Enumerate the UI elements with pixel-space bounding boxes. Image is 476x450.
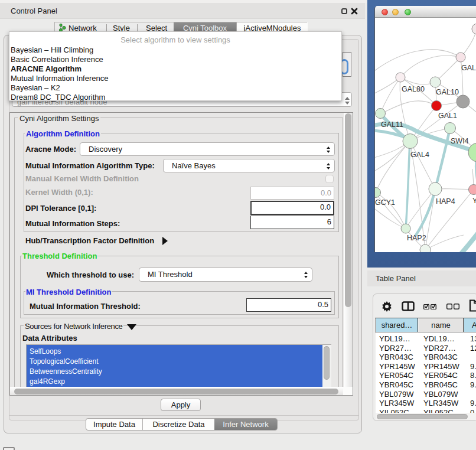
svg-text:GCY1: GCY1 — [375, 198, 395, 207]
svg-text:HAP4: HAP4 — [436, 197, 455, 206]
svg-text:HAP2: HAP2 — [407, 234, 426, 242]
svg-text:SWI4: SWI4 — [451, 137, 469, 145]
svg-text:YM: YM — [472, 197, 476, 205]
svg-text:GAL8: GAL8 — [461, 64, 476, 72]
svg-text:GAL10: GAL10 — [436, 88, 459, 96]
svg-text:GAL11: GAL11 — [381, 120, 403, 129]
svg-text:GAL80: GAL80 — [402, 85, 425, 93]
svg-text:GAL4: GAL4 — [410, 151, 429, 159]
svg-text:GAL1: GAL1 — [438, 112, 457, 120]
